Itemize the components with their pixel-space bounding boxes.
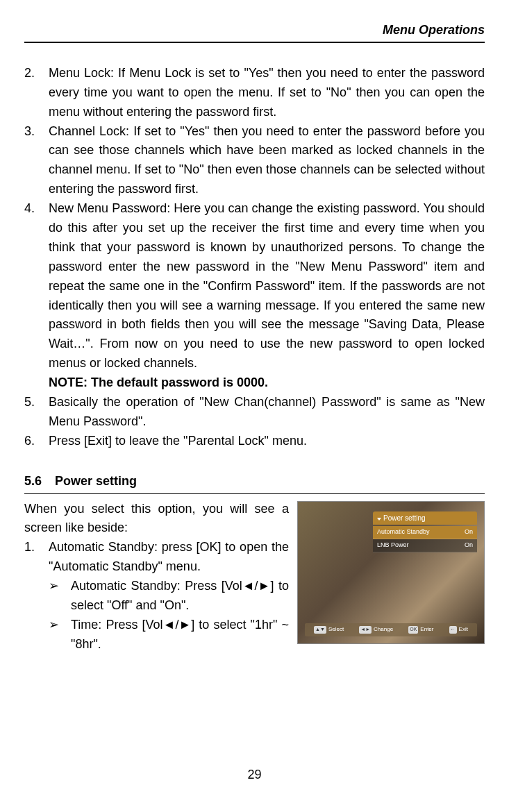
sub-item-text: Time: Press [Vol◄/►] to select "1hr" ~ "… <box>71 616 289 654</box>
section-number: 5.6 <box>24 474 42 488</box>
item-text: Channel Lock: If set to "Yes" then you n… <box>49 122 485 200</box>
section-title: Power setting <box>55 474 137 488</box>
item-text: Menu Lock: If Menu Lock is set to "Yes" … <box>49 64 485 122</box>
item-number: 5. <box>24 393 49 432</box>
list-item: 5. Basically the operation of "New Chan(… <box>24 393 485 432</box>
hint-change: ◄►Change <box>359 625 393 634</box>
hint-exit: ←Exit <box>449 625 468 634</box>
page-number: 29 <box>24 766 485 785</box>
item-text: New Menu Password: Here you can change t… <box>49 199 485 393</box>
hint-select: ▲▼Select <box>314 625 344 634</box>
main-numbered-list: 2. Menu Lock: If Menu Lock is set to "Ye… <box>24 64 485 451</box>
list-item: 4. New Menu Password: Here you can chang… <box>24 199 485 393</box>
list-item: 3. Channel Lock: If set to "Yes" then yo… <box>24 122 485 200</box>
hint-enter: OKEnter <box>408 625 433 634</box>
item-text: Press [Exit] to leave the "Parental Lock… <box>49 432 485 451</box>
list-item: 2. Menu Lock: If Menu Lock is set to "Ye… <box>24 64 485 122</box>
sub-list-item: ➢ Time: Press [Vol◄/►] to select "1hr" ~… <box>49 616 289 654</box>
menu-row-lnb-power: LNB PowerOn <box>373 539 477 552</box>
bullet-icon: ➢ <box>49 577 71 616</box>
list-item: 6. Press [Exit] to leave the "Parental L… <box>24 432 485 451</box>
item-number: 2. <box>24 64 49 122</box>
menu-footer-hints: ▲▼Select ◄►Change OKEnter ←Exit <box>305 623 477 636</box>
sub-item-text: Automatic Standby: Press [Vol◄/►] to sel… <box>71 577 289 616</box>
section-heading: 5.6 Power setting <box>24 472 485 494</box>
list-item: 1. Automatic Standby: press [OK] to open… <box>24 538 289 654</box>
sub-list-item: ➢ Automatic Standby: Press [Vol◄/►] to s… <box>49 577 289 616</box>
item-number: 3. <box>24 122 49 200</box>
item-text: Automatic Standby: press [OK] to open th… <box>49 538 289 577</box>
item-number: 6. <box>24 432 49 451</box>
menu-title: Power setting <box>373 511 477 525</box>
item-text: Basically the operation of "New Chan(cha… <box>49 393 485 432</box>
item-number: 4. <box>24 199 49 393</box>
menu-row-automatic-standby: Automatic StandbyOn <box>373 526 477 539</box>
bullet-icon: ➢ <box>49 616 71 654</box>
item-number: 1. <box>24 538 49 654</box>
section-intro: When you select this option, you will se… <box>24 500 289 539</box>
screenshot-power-setting: Power setting Automatic StandbyOn LNB Po… <box>297 501 485 644</box>
header-divider <box>24 42 485 43</box>
page-header-title: Menu Operations <box>383 21 485 40</box>
note-text: NOTE: The default password is 0000. <box>49 375 268 389</box>
